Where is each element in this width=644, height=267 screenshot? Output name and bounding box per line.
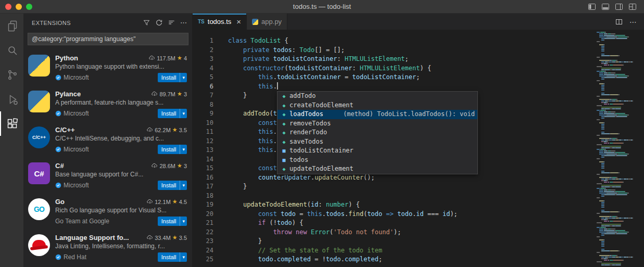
install-button[interactable]: Install▾: [158, 217, 187, 226]
refresh-icon[interactable]: [155, 19, 163, 27]
install-button[interactable]: Install▾: [158, 252, 187, 262]
install-dropdown-chevron-icon[interactable]: ▾: [180, 73, 187, 82]
line-number[interactable]: 8: [193, 100, 213, 110]
code-editor[interactable]: 1234567891011121314151617181920212223242…: [193, 30, 644, 267]
code-line[interactable]: constructor(todoListContainer: HTMLUList…: [228, 64, 595, 73]
line-number[interactable]: 19: [193, 200, 213, 210]
suggest-item-updateTodoElement[interactable]: ◆updateTodoElement: [277, 164, 477, 174]
toggle-primary-sidebar-icon[interactable]: [588, 3, 596, 11]
line-number[interactable]: 17: [193, 182, 213, 192]
code-line[interactable]: updateTodoElement(id: number) {: [228, 200, 595, 210]
suggest-item-todos[interactable]: ■todos: [277, 156, 477, 165]
install-label[interactable]: Install: [158, 254, 180, 260]
code-line[interactable]: const todo = this.todos.find(todo => tod…: [228, 210, 595, 219]
line-number[interactable]: 4: [193, 64, 213, 73]
line-number[interactable]: 21: [193, 219, 213, 228]
line-number[interactable]: 2: [193, 46, 213, 55]
activity-source-control[interactable]: [0, 62, 23, 87]
line-numbers-gutter[interactable]: 1234567891011121314151617181920212223242…: [193, 30, 213, 267]
toggle-panel-icon[interactable]: [601, 3, 610, 11]
line-number[interactable]: 6: [193, 82, 213, 92]
line-number[interactable]: 10: [193, 119, 213, 128]
extension-item-language-support-fo[interactable]: Language Support fo...33.4M★3.5Java Lint…: [23, 229, 192, 265]
activity-run-debug[interactable]: [0, 87, 23, 111]
suggest-item-removeTodos[interactable]: ◆removeTodos: [277, 119, 477, 129]
line-number[interactable]: 18: [193, 192, 213, 201]
toggle-secondary-sidebar-icon[interactable]: [615, 3, 623, 11]
close-tab-icon[interactable]: ×: [236, 19, 241, 25]
code-line[interactable]: [228, 192, 595, 201]
activity-search[interactable]: [0, 38, 23, 62]
install-label[interactable]: Install: [158, 146, 180, 152]
tab-todos-ts[interactable]: TS todos.ts ×: [193, 14, 247, 30]
minimap[interactable]: [595, 30, 644, 267]
minimize-window-button[interactable]: [16, 4, 22, 10]
suggest-item-loadTodos[interactable]: ◆loadTodos(method) TodoList.loadTodos():…: [277, 110, 477, 119]
code-line[interactable]: private todoListContainer: HTMLUListElem…: [228, 55, 595, 64]
install-button[interactable]: Install▾: [158, 145, 187, 154]
code-line[interactable]: class TodoList {: [228, 36, 595, 46]
install-dropdown-chevron-icon[interactable]: ▾: [180, 109, 187, 118]
line-number[interactable]: 16: [193, 173, 213, 183]
clear-search-results-icon[interactable]: [168, 19, 175, 27]
code-line[interactable]: throw new Error('Todo not found');: [228, 228, 595, 237]
install-dropdown-chevron-icon[interactable]: ▾: [180, 181, 187, 190]
line-number[interactable]: 20: [193, 210, 213, 219]
code-line[interactable]: // Set the state of the todo item: [228, 246, 595, 256]
suggest-item-renderTodo[interactable]: ◆renderTodo: [277, 128, 477, 137]
activity-explorer[interactable]: [0, 14, 23, 38]
code-line[interactable]: }: [228, 237, 595, 246]
extension-item-go[interactable]: GOGo12.1M★4.5Rich Go language support fo…: [23, 193, 192, 229]
line-number[interactable]: 1: [193, 36, 213, 46]
line-number[interactable]: 24: [193, 246, 213, 256]
minimap-line: [597, 47, 643, 48]
install-label[interactable]: Install: [158, 110, 180, 117]
line-number[interactable]: 5: [193, 73, 213, 82]
extension-item-python[interactable]: Python117.5M★4Python language support wi…: [23, 49, 192, 85]
line-number[interactable]: 22: [193, 228, 213, 237]
line-number[interactable]: 25: [193, 255, 213, 264]
customize-layout-icon[interactable]: [628, 3, 637, 11]
line-number[interactable]: 23: [193, 237, 213, 246]
extension-item-pylance[interactable]: Pylance89.7M★3A performant, feature-rich…: [23, 85, 192, 121]
install-label[interactable]: Install: [158, 74, 180, 81]
suggest-item-todoListContainer[interactable]: ■todoListContainer: [277, 146, 477, 156]
line-number[interactable]: 3: [193, 55, 213, 64]
zoom-window-button[interactable]: [26, 4, 32, 10]
code-line[interactable]: this.todoListContainer = todoListContain…: [228, 73, 595, 82]
split-editor-icon[interactable]: [615, 18, 623, 26]
code-line[interactable]: counterUpdater.updateCounter();: [228, 173, 595, 183]
install-dropdown-chevron-icon[interactable]: ▾: [180, 252, 187, 262]
code-line[interactable]: private todos: Todo[] = [];: [228, 46, 595, 55]
install-label[interactable]: Install: [158, 182, 180, 188]
suggest-item-addTodo[interactable]: ◆addTodo: [277, 92, 477, 101]
install-dropdown-chevron-icon[interactable]: ▾: [180, 145, 187, 154]
install-dropdown-chevron-icon[interactable]: ▾: [180, 217, 187, 226]
install-button[interactable]: Install▾: [158, 73, 187, 82]
code-line[interactable]: if (!todo) {: [228, 219, 595, 228]
extension-item-c[interactable]: C#C#28.6M★3Base language support for C#.…: [23, 157, 192, 193]
line-number[interactable]: 15: [193, 164, 213, 173]
install-label[interactable]: Install: [158, 218, 180, 224]
extension-item-c-c[interactable]: C/C++C/C++62.2M★3.5C/C++ IntelliSense, d…: [23, 121, 192, 157]
line-number[interactable]: 9: [193, 109, 213, 119]
extensions-search-input[interactable]: [28, 33, 188, 45]
suggest-item-saveTodos[interactable]: ◆saveTodos: [277, 137, 477, 147]
line-number[interactable]: 14: [193, 155, 213, 164]
tab-app-py[interactable]: app.py: [247, 14, 287, 30]
line-number[interactable]: 12: [193, 137, 213, 146]
close-window-button[interactable]: [5, 4, 11, 10]
install-button[interactable]: Install▾: [158, 109, 187, 118]
code-line[interactable]: this.: [228, 82, 595, 92]
more-actions-icon[interactable]: ⋯: [180, 20, 187, 26]
filter-icon[interactable]: [143, 19, 150, 27]
code-line[interactable]: }: [228, 182, 595, 192]
code-line[interactable]: todo.completed = !todo.completed;: [228, 255, 595, 264]
line-number[interactable]: 7: [193, 91, 213, 100]
line-number[interactable]: 13: [193, 146, 213, 155]
install-button[interactable]: Install▾: [158, 181, 187, 190]
suggest-item-createTodoElement[interactable]: ◆createTodoElement: [277, 101, 477, 110]
activity-extensions[interactable]: [0, 111, 23, 136]
more-editor-actions-icon[interactable]: ⋯: [629, 18, 637, 26]
line-number[interactable]: 11: [193, 128, 213, 137]
